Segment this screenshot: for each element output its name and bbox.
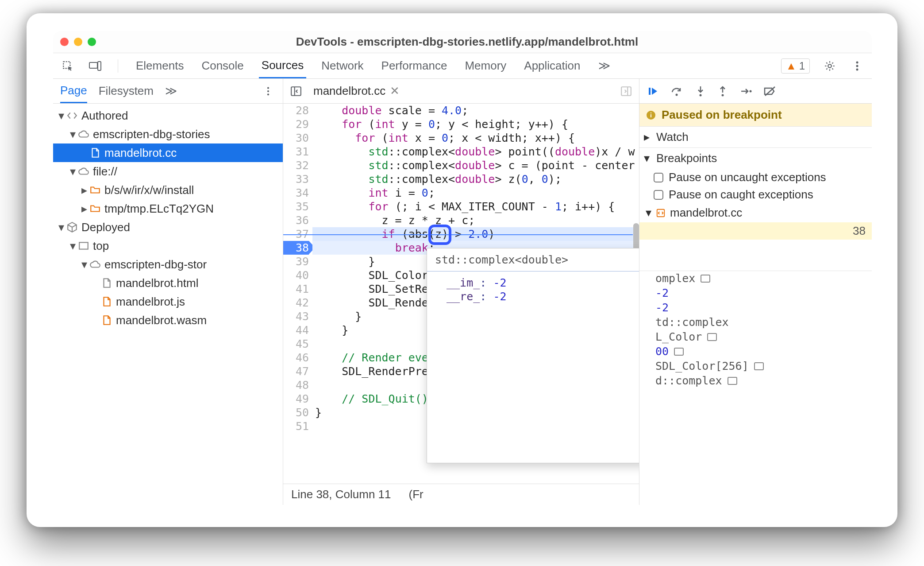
- tab-network[interactable]: Network: [319, 53, 366, 78]
- tab-elements[interactable]: Elements: [133, 53, 186, 78]
- tabs-overflow-button[interactable]: ≫: [596, 53, 613, 78]
- zoom-window-button[interactable]: [88, 38, 96, 46]
- svg-point-4: [856, 61, 859, 63]
- breakpoint-line[interactable]: 38: [639, 222, 872, 240]
- scope-value[interactable]: 00: [639, 344, 872, 359]
- tree-item[interactable]: emscripten-dbg-stor: [53, 255, 283, 274]
- pause-caught-label: Pause on caught exceptions: [669, 188, 813, 202]
- breakpoints-section[interactable]: ▾Breakpoints Pause on uncaught exception…: [639, 147, 872, 240]
- navigator-tabs: Page Filesystem ≫: [53, 79, 283, 104]
- scope-value[interactable]: d::complex: [639, 373, 872, 388]
- deactivate-breakpoints-icon[interactable]: [763, 86, 777, 97]
- step-into-icon[interactable]: [695, 85, 706, 97]
- editor-tabs: mandelbrot.cc ✕: [283, 79, 639, 104]
- toggle-debugger-icon[interactable]: [619, 84, 634, 99]
- close-tab-icon[interactable]: ✕: [390, 84, 400, 98]
- code-editor[interactable]: 2829303132333435363738394041424344454647…: [283, 104, 639, 484]
- svg-point-17: [750, 90, 752, 92]
- navigator-more-icon[interactable]: [261, 84, 276, 99]
- pause-caught-checkbox[interactable]: Pause on caught exceptions: [639, 186, 872, 203]
- inspect-element-icon[interactable]: [60, 58, 75, 74]
- editor-tab-mandelbrot[interactable]: mandelbrot.cc ✕: [310, 84, 403, 98]
- settings-icon[interactable]: [822, 58, 837, 74]
- navigator-overflow[interactable]: ≫: [165, 84, 177, 98]
- main-tab-bar: ElementsConsoleSourcesNetworkPerformance…: [53, 53, 872, 79]
- editor-panel: mandelbrot.cc ✕ 282930313233343536373839…: [283, 79, 639, 505]
- tab-console[interactable]: Console: [199, 53, 246, 78]
- tab-sources[interactable]: Sources: [259, 53, 306, 78]
- info-icon: [646, 110, 656, 120]
- toggle-navigator-icon[interactable]: [289, 84, 304, 99]
- source-file-icon: [656, 208, 666, 218]
- tree-item[interactable]: mandelbrot.html: [53, 274, 283, 292]
- more-menu-icon[interactable]: [850, 58, 865, 74]
- scope-value[interactable]: SDL_Color[256]: [639, 359, 872, 373]
- close-window-button[interactable]: [60, 38, 69, 46]
- breakpoint-line-number: 38: [853, 224, 866, 238]
- paused-banner-text: Paused on breakpoint: [662, 108, 782, 122]
- scope-section: omplex-2-2td::complexL_Color00SDL_Color[…: [639, 271, 872, 388]
- svg-point-8: [267, 90, 269, 92]
- scope-value[interactable]: -2: [639, 300, 872, 315]
- tree-item[interactable]: mandelbrot.wasm: [53, 311, 283, 330]
- editor-statusbar: Line 38, Column 11 (Fr: [283, 484, 639, 505]
- chevron-right-icon: ▸: [644, 130, 652, 144]
- resume-icon[interactable]: [647, 86, 659, 97]
- step-out-icon[interactable]: [717, 85, 728, 97]
- pause-uncaught-checkbox[interactable]: Pause on uncaught exceptions: [639, 169, 872, 186]
- chevron-down-icon: ▾: [646, 206, 651, 220]
- file-tree[interactable]: Authoredemscripten-dbg-storiesmandelbrot…: [53, 104, 283, 505]
- scope-value[interactable]: -2: [639, 286, 872, 300]
- svg-point-9: [267, 93, 269, 95]
- svg-rect-2: [98, 62, 101, 70]
- tree-item[interactable]: emscripten-dbg-stories: [53, 125, 283, 143]
- paused-banner: Paused on breakpoint: [639, 104, 872, 126]
- svg-point-14: [676, 93, 678, 96]
- tab-page[interactable]: Page: [60, 79, 87, 103]
- navigator-panel: Page Filesystem ≫ Authoredemscripten-dbg…: [53, 79, 283, 505]
- pause-uncaught-label: Pause on uncaught exceptions: [669, 171, 826, 184]
- breakpoint-file-label: mandelbrot.cc: [670, 206, 742, 220]
- tree-item[interactable]: Authored: [53, 106, 283, 125]
- gutter[interactable]: 2829303132333435363738394041424344454647…: [283, 104, 312, 433]
- device-toolbar-icon[interactable]: [88, 58, 103, 74]
- scope-value[interactable]: td::complex: [639, 315, 872, 330]
- breakpoints-title: Breakpoints: [656, 151, 717, 165]
- tree-item[interactable]: Deployed: [53, 218, 283, 236]
- svg-rect-10: [79, 242, 88, 249]
- svg-rect-20: [651, 112, 651, 113]
- debugger-toolbar: [639, 79, 872, 104]
- tooltip-title: std::complex<double>: [427, 248, 639, 271]
- tree-item[interactable]: tmp/tmp.ELcTq2YGN: [53, 199, 283, 218]
- svg-point-7: [267, 87, 269, 89]
- tree-item[interactable]: file://: [53, 162, 283, 181]
- tree-item[interactable]: mandelbrot.js: [53, 292, 283, 311]
- status-right: (Fr: [408, 488, 423, 501]
- svg-point-15: [700, 94, 702, 96]
- watch-section[interactable]: ▸Watch: [639, 126, 872, 147]
- tab-performance[interactable]: Performance: [379, 53, 450, 78]
- svg-rect-13: [649, 88, 651, 95]
- tab-memory[interactable]: Memory: [462, 53, 509, 78]
- watch-title: Watch: [656, 130, 689, 144]
- cursor-position: Line 38, Column 11: [291, 488, 391, 501]
- svg-point-3: [828, 64, 832, 68]
- warning-count: 1: [799, 60, 805, 72]
- step-over-icon[interactable]: [670, 86, 684, 97]
- scope-value[interactable]: omplex: [639, 271, 872, 286]
- svg-rect-1: [89, 62, 97, 68]
- tab-application[interactable]: Application: [521, 53, 583, 78]
- breakpoint-file[interactable]: ▾ mandelbrot.cc: [639, 203, 872, 222]
- tab-filesystem[interactable]: Filesystem: [99, 84, 154, 98]
- chevron-down-icon: ▾: [644, 151, 652, 165]
- scope-value[interactable]: L_Color: [639, 330, 872, 344]
- tree-item[interactable]: b/s/w/ir/x/w/install: [53, 181, 283, 199]
- tree-item[interactable]: mandelbrot.cc: [53, 143, 283, 162]
- execution-line-divider: [283, 234, 633, 235]
- minimize-window-button[interactable]: [74, 38, 82, 46]
- warnings-badge[interactable]: ▲ 1: [781, 58, 810, 74]
- step-icon[interactable]: [739, 86, 752, 97]
- value-tooltip: std::complex<double> __im_: -2__re_: -2: [427, 248, 639, 463]
- editor-tab-label: mandelbrot.cc: [313, 84, 385, 98]
- tree-item[interactable]: top: [53, 236, 283, 255]
